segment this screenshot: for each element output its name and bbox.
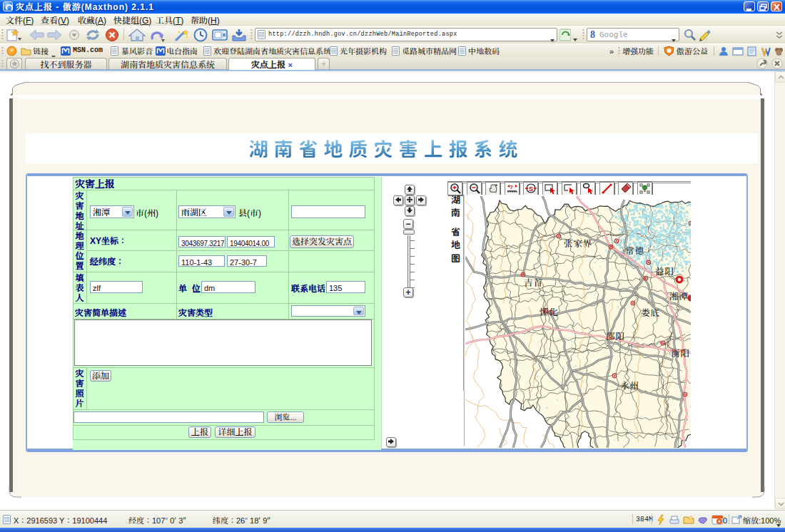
svg-text:常德: 常德 — [625, 245, 644, 256]
svg-text:永州: 永州 — [620, 380, 639, 391]
svg-text:邵阳: 邵阳 — [606, 331, 625, 342]
svg-text:吉首: 吉首 — [524, 277, 543, 288]
svg-text:张家界: 张家界 — [564, 238, 593, 249]
svg-text:怀化: 怀化 — [540, 307, 559, 317]
svg-text:衡阳: 衡阳 — [671, 348, 690, 359]
svg-text:益阳: 益阳 — [655, 266, 674, 277]
svg-text:湘潭: 湘潭 — [669, 291, 689, 302]
svg-text:?: ? — [510, 183, 513, 190]
svg-text:娄底: 娄底 — [641, 307, 660, 318]
svg-text:S: S — [529, 185, 533, 193]
